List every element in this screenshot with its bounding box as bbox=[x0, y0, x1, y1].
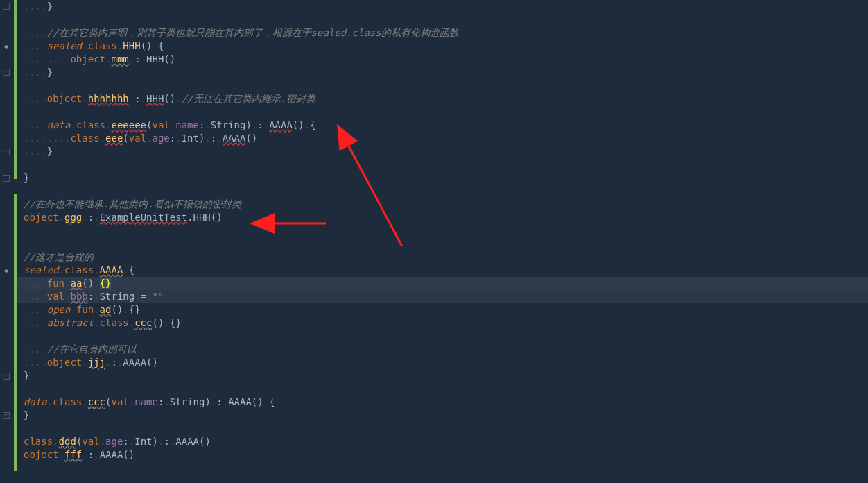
code-line[interactable]: ....} bbox=[17, 66, 868, 79]
editor-gutter: − ◆ ⌐ ⌐ − ◆ ⌐ ⌐ bbox=[0, 0, 14, 483]
code-line[interactable]: object.ggg.:.ExampleUnitTest.HHH() bbox=[17, 211, 868, 224]
code-line[interactable] bbox=[17, 13, 868, 26]
kotlin-class-icon[interactable]: ◆ bbox=[1, 266, 11, 276]
fold-end-icon[interactable]: ⌐ bbox=[3, 373, 10, 380]
code-line[interactable] bbox=[17, 330, 868, 343]
fold-end-icon[interactable]: ⌐ bbox=[3, 69, 10, 76]
code-content[interactable]: ....} ....//在其它类内声明，则其子类也就只能在其内部了，根源在于se… bbox=[14, 0, 868, 483]
code-line[interactable]: ....//在它自身内部可以 bbox=[17, 343, 868, 356]
code-line[interactable] bbox=[17, 382, 868, 396]
code-line[interactable]: ....//在其它类内声明，则其子类也就只能在其内部了，根源在于sealed.c… bbox=[17, 26, 868, 40]
kotlin-class-icon[interactable]: ◆ bbox=[1, 42, 11, 51]
code-line[interactable]: ....open.fun.ad().{} bbox=[17, 303, 868, 316]
code-line[interactable]: ....object.jjj.:.AAAA() bbox=[17, 356, 868, 369]
fold-icon[interactable]: − bbox=[3, 3, 10, 10]
code-line[interactable]: ....} bbox=[17, 145, 868, 158]
code-line[interactable] bbox=[17, 185, 868, 198]
code-line[interactable]: ....abstract.class.ccc().{} bbox=[17, 316, 868, 330]
code-line[interactable]: ....object.hhhhhhh.:.HHH().//无法在其它类内继承.密… bbox=[17, 92, 868, 105]
code-line[interactable]: ....sealed.class.HHH().{ bbox=[17, 40, 868, 53]
code-line[interactable]: ....fun.aa().{} bbox=[17, 277, 868, 290]
code-line[interactable] bbox=[17, 158, 868, 171]
code-line[interactable]: sealed.class.AAAA.{ bbox=[17, 264, 868, 277]
code-line[interactable]: ........object.mmm.:.HHH() bbox=[17, 53, 868, 66]
code-line[interactable]: data.class.ccc(val.name:.String).:.AAAA(… bbox=[17, 396, 868, 409]
code-line[interactable]: ....data.class.eeeeee(val.name:.String).… bbox=[17, 119, 868, 132]
code-line[interactable] bbox=[17, 224, 868, 237]
fold-icon[interactable]: − bbox=[3, 175, 10, 182]
code-line[interactable]: //这才是合规的 bbox=[17, 251, 868, 264]
code-line[interactable]: ....val.bbb:.String.=."" bbox=[17, 290, 868, 303]
code-line[interactable]: class.ddd(val.age:.Int).:.AAAA() bbox=[17, 435, 868, 448]
code-line[interactable] bbox=[17, 105, 868, 119]
code-editor[interactable]: − ◆ ⌐ ⌐ − ◆ ⌐ ⌐ ....} ....//在其它类内声明，则其子类… bbox=[0, 0, 868, 483]
code-line[interactable]: } bbox=[17, 409, 868, 422]
code-line[interactable] bbox=[17, 79, 868, 92]
code-line[interactable]: ........class.eee(val.age:.Int).:.AAAA() bbox=[17, 132, 868, 145]
code-line[interactable]: object.fff.:.AAAA() bbox=[17, 448, 868, 461]
code-line[interactable]: ....} bbox=[17, 0, 868, 13]
fold-end-icon[interactable]: ⌐ bbox=[3, 149, 10, 155]
code-line[interactable]: //在外也不能继承.其他类内.看似不报错的密封类 bbox=[17, 198, 868, 211]
code-line[interactable] bbox=[17, 237, 868, 251]
code-line[interactable]: } bbox=[17, 369, 868, 382]
code-line[interactable] bbox=[17, 422, 868, 435]
code-line[interactable]: } bbox=[17, 171, 868, 185]
fold-end-icon[interactable]: ⌐ bbox=[3, 412, 10, 419]
